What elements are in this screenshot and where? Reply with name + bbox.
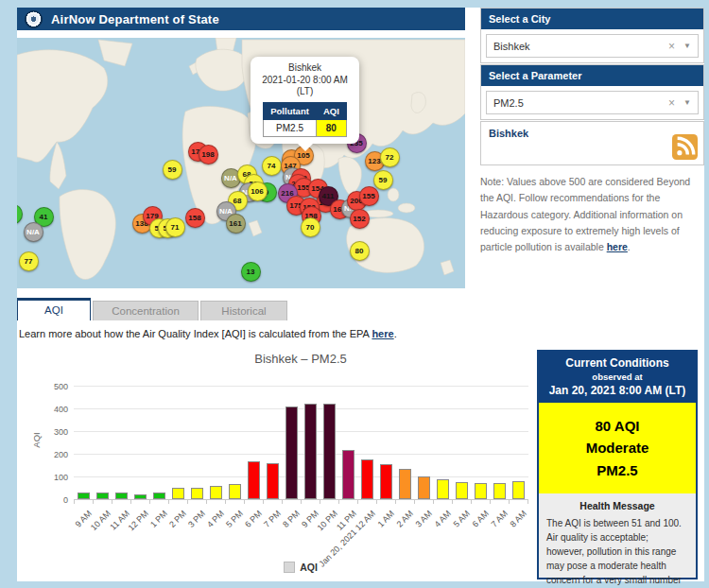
epa-link[interactable]: here (372, 328, 393, 339)
chart-gridline (74, 408, 528, 409)
x-axis-tick (338, 500, 339, 504)
x-axis-tick (149, 500, 150, 504)
x-axis-tick-label: 8 PM (281, 509, 302, 529)
x-axis-tick-label: 2 AM (394, 509, 415, 529)
chart-bar (437, 479, 449, 499)
chart-bar (96, 493, 109, 499)
x-axis-tick-label: 5 AM (451, 509, 472, 529)
aqi-map-marker[interactable]: 161 (226, 214, 246, 233)
x-axis-tick-label: 1 PM (148, 509, 169, 529)
chart-bar (229, 484, 241, 499)
tab-concentration[interactable]: Concentration (93, 301, 199, 320)
city-chevron-down-icon[interactable]: ▼ (683, 42, 691, 50)
city-select-value: Bishkek (493, 41, 668, 52)
health-message-block: Health Message The AQI is between 51 and… (539, 493, 696, 588)
conditions-subtitle: observed at (543, 372, 692, 382)
chart-bar (172, 488, 184, 499)
x-axis-tick (225, 500, 226, 504)
y-axis-tick-label: 100 (43, 473, 68, 482)
x-axis-tick-label: 4 PM (205, 509, 226, 529)
legend-label[interactable]: AQI (300, 562, 318, 573)
select-parameter-panel: Select a Parameter PM2.5 × ▼ (480, 64, 704, 120)
aqi-map-marker[interactable]: 59 (373, 170, 393, 190)
chart-bar (285, 406, 298, 499)
city-select[interactable]: Bishkek × ▼ (486, 34, 699, 58)
x-axis-tick-label: 5 PM (224, 509, 245, 529)
conditions-aqi-value: 80 AQI (543, 415, 692, 437)
aqi-map-marker[interactable]: 158 (185, 208, 205, 228)
x-axis-tick-label: 8 AM (508, 509, 528, 529)
conditions-aqi-block: 80 AQI Moderate PM2.5 (539, 403, 696, 493)
y-axis-tick-label: 400 (43, 405, 68, 414)
aqi-map-marker[interactable]: 77 (19, 251, 39, 271)
chart-bar (342, 450, 354, 499)
x-axis-tick-label: 3 PM (186, 509, 207, 529)
chart-legend: AQI (74, 562, 527, 573)
chart-title: Bishkek – PM2.5 (74, 352, 527, 366)
popup-table: Pollutant AQI PM2.5 80 (263, 102, 347, 137)
select-city-panel: Select a City Bishkek × ▼ (480, 8, 704, 63)
aqi-map-marker[interactable]: 106 (248, 182, 268, 201)
chart-gridline (74, 476, 528, 477)
chart-bar (267, 463, 279, 499)
y-axis-tick-label: 200 (43, 450, 68, 459)
chart-bar (323, 404, 336, 499)
x-axis-tick (414, 500, 415, 504)
aqi-note: Note: Values above 500 are considered Be… (480, 174, 704, 256)
aqi-map-marker[interactable]: 155 (359, 186, 379, 206)
aqi-map-marker[interactable]: 71 (165, 217, 185, 237)
conditions-title: Current Conditions (543, 356, 692, 370)
chart-gridline (74, 454, 528, 455)
rss-feed-box: Bishkek (480, 121, 704, 165)
x-axis-tick (395, 500, 396, 504)
tab-aqi[interactable]: AQI (17, 298, 91, 320)
chart-bar (380, 464, 392, 499)
aqi-map-marker[interactable]: 13 (241, 262, 261, 282)
parameter-select-value: PM2.5 (493, 97, 668, 109)
x-axis-tick-label: 7 AM (489, 509, 510, 529)
conditions-aqi-category: Moderate (543, 437, 692, 458)
aqi-map-marker[interactable]: 198 (199, 145, 218, 164)
aqi-map-marker[interactable]: 80 (350, 241, 370, 261)
popup-col-pollutant: Pollutant (264, 102, 317, 119)
x-axis-tick (376, 500, 377, 504)
parameter-select[interactable]: PM2.5 × ▼ (486, 91, 699, 114)
aqi-map-marker[interactable]: 70 (301, 217, 320, 237)
rss-icon[interactable] (672, 134, 698, 160)
popup-pollutant-value: PM2.5 (264, 119, 317, 136)
aqi-map-marker[interactable]: 74 (262, 156, 282, 176)
x-axis-tick (490, 500, 491, 504)
aqi-map-marker[interactable]: N/A (24, 222, 43, 242)
x-axis-tick-label: 10 PM (316, 509, 339, 532)
conditions-aqi-parameter: PM2.5 (543, 459, 692, 481)
health-message-text: The AQI is between 51 and 100. Air quali… (546, 516, 688, 588)
parameter-clear-icon[interactable]: × (668, 96, 675, 110)
select-parameter-header: Select a Parameter (481, 65, 703, 86)
x-axis-tick (74, 500, 75, 504)
page-content: AirNow Department of State (17, 8, 704, 581)
aqi-map-marker[interactable]: 59 (163, 160, 182, 180)
chart-bar (475, 483, 487, 499)
x-axis-tick (93, 500, 94, 504)
aqi-map-marker[interactable]: 72 (380, 147, 400, 167)
x-axis-tick (471, 500, 472, 504)
world-aqi-map[interactable]: 41N/A7717619859138179575971158N/A6859N/A… (17, 38, 465, 288)
parameter-chevron-down-icon[interactable]: ▼ (683, 98, 691, 107)
city-clear-icon[interactable]: × (668, 40, 675, 53)
note-here-link[interactable]: here (607, 241, 628, 252)
chart-bar (248, 461, 260, 499)
tab-historical[interactable]: Historical (200, 301, 287, 320)
x-axis-tick (168, 500, 169, 504)
x-axis-tick-label: 2 PM (167, 509, 188, 529)
select-city-header: Select a City (481, 9, 703, 29)
department-of-state-seal-icon (25, 10, 43, 28)
chart-bar (493, 483, 506, 499)
chart-bar (153, 493, 165, 499)
x-axis-tick-label: 7 PM (262, 509, 283, 529)
chart-gridline (74, 386, 528, 387)
x-axis-tick (187, 500, 188, 504)
aqi-map-marker[interactable]: 152 (350, 209, 370, 229)
chart-y-axis-label: AQI (31, 432, 42, 447)
legend-swatch (284, 562, 295, 573)
chart-bar (78, 493, 90, 499)
